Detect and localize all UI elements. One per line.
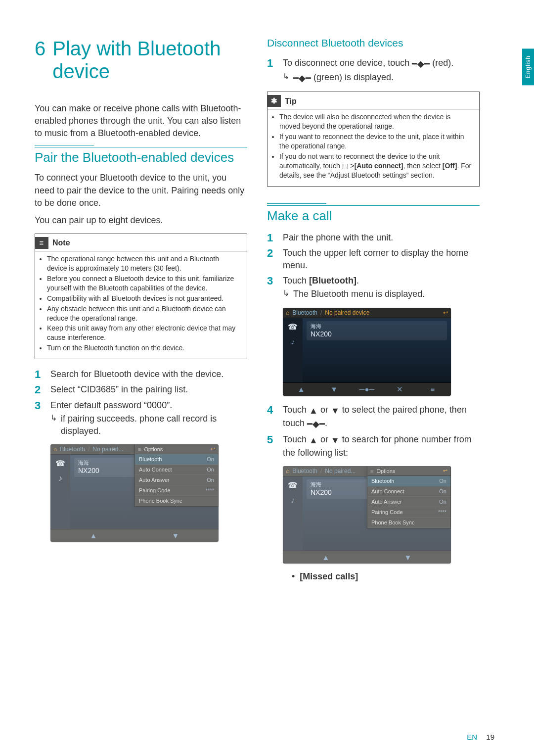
note-item: The operational range between this unit … — [47, 254, 241, 273]
step-number: 3 — [35, 399, 44, 438]
step-text: Touch ▲ or ▼ to search for phone number … — [283, 433, 480, 459]
step-number: 1 — [267, 57, 277, 85]
music-icon: ♪ — [291, 337, 295, 346]
note-item: Any obstacle between this unit and a Blu… — [47, 304, 241, 323]
list-item: [Missed calls] — [300, 570, 358, 583]
step-number: 3 — [267, 275, 277, 300]
tip-label: Tip — [285, 96, 297, 107]
section-pair-heading: Pair the Bluetooth-enabled devices — [35, 147, 247, 165]
tip-item: If you want to reconnect the device to t… — [279, 132, 473, 151]
link-icon: ━◆━ — [412, 58, 430, 70]
up-arrow-icon: ▲ — [309, 434, 318, 447]
phone-icon: ☎ — [55, 459, 65, 468]
chapter-heading: Play with Bluetooth device — [52, 37, 247, 83]
chapter-title: 6 Play with Bluetooth device — [35, 37, 247, 83]
step-text: Select “CID3685” in the pairing list. — [50, 383, 247, 396]
step-number: 2 — [267, 247, 277, 272]
step-text: To disconnect one device, touch ━◆━ (red… — [283, 57, 480, 85]
back-icon: ↩ — [443, 468, 447, 474]
step-number: 1 — [35, 368, 44, 380]
step-number: 5 — [267, 433, 277, 459]
pair-steps: 1 Search for Bluetooth device with the d… — [35, 368, 247, 437]
ui-screenshot-options: ⌂ Bluetooth / No paired... ☎ ♪ 海海 NX200 — [50, 444, 219, 542]
music-icon: ♪ — [291, 496, 295, 505]
page-number: 19 — [486, 733, 494, 741]
tip-icon: ✱ — [267, 95, 281, 107]
down-icon: ▼ — [134, 531, 217, 540]
down-icon: ▼ — [367, 553, 449, 562]
link-icon: ━◆━ — [293, 72, 311, 85]
link-icon: ─●─ — [351, 385, 383, 394]
up-icon: ▲ — [285, 553, 367, 562]
up-icon: ▲ — [285, 385, 317, 394]
step-text: Touch the upper left corner to display t… — [283, 247, 480, 272]
call-list: • [Missed calls] — [292, 570, 480, 583]
note-item: Compatibility with all Bluetooth devices… — [47, 294, 241, 303]
back-icon: ↩ — [211, 446, 215, 452]
home-icon: ⌂ — [286, 309, 289, 316]
menu-icon: ▤ — [342, 162, 349, 170]
note-item: Turn on the Bluetooth function on the de… — [47, 343, 241, 353]
step-number: 1 — [267, 232, 277, 244]
page-footer: EN 19 — [467, 733, 494, 741]
down-arrow-icon: ▼ — [331, 434, 340, 447]
result-arrow-icon: ↳ — [283, 288, 289, 300]
up-icon: ▲ — [52, 531, 134, 540]
music-icon: ♪ — [58, 474, 62, 483]
chapter-number: 6 — [35, 37, 45, 83]
make-call-heading: Make a call — [267, 205, 480, 224]
options-panel: ≡ Options ↩ BluetoothOn Auto ConnectOn A… — [134, 444, 219, 507]
home-icon: ⌂ — [286, 468, 289, 474]
ui-screenshot-bluetooth: ⌂ Bluetooth / No paired device ↩ ☎ ♪ 海海 … — [283, 308, 451, 396]
pair-paragraph-1: To connect your Bluetooth device to the … — [35, 172, 247, 209]
section-rule — [35, 145, 94, 145]
step-text: Enter default password “0000”. ↳ if pair… — [50, 399, 247, 438]
link-icon: ━◆━ — [307, 418, 325, 430]
note-item: Before you connect a Bluetooth device to… — [47, 274, 241, 293]
phone-icon: ☎ — [288, 480, 298, 490]
down-arrow-icon: ▼ — [331, 405, 340, 417]
close-icon: ✕ — [383, 385, 416, 394]
step-text: Touch [Bluetooth]. ↳ The Bluetooth menu … — [283, 275, 480, 300]
step-text: Search for Bluetooth device with the dev… — [50, 368, 247, 380]
page-body: 6 Play with Bluetooth device You can mak… — [0, 0, 534, 610]
note-label: Note — [52, 237, 70, 248]
result-arrow-icon: ↳ — [50, 413, 57, 437]
step-text: Pair the phone with the unit. — [283, 232, 480, 244]
footer-language: EN — [467, 733, 477, 741]
step-number: 2 — [35, 383, 44, 396]
result-arrow-icon: ↳ — [283, 71, 289, 85]
phone-icon: ☎ — [288, 322, 298, 331]
bullet-icon: • — [292, 570, 295, 583]
intro-paragraph: You can make or receive phone calls with… — [35, 102, 247, 140]
section-rule — [267, 203, 326, 204]
note-icon: ≡ — [35, 237, 48, 249]
tip-item: If you do not want to reconnect the devi… — [279, 152, 473, 180]
up-arrow-icon: ▲ — [309, 405, 318, 417]
home-icon: ⌂ — [53, 446, 57, 453]
pair-paragraph-2: You can pair up to eight devices. — [35, 214, 247, 227]
tip-callout: ✱ Tip The device will also be disconnect… — [267, 92, 480, 186]
disconnect-heading: Disconnect Bluetooth devices — [267, 37, 480, 49]
step-result: ━◆━ (green) is displayed. — [293, 71, 394, 85]
back-icon: ↩ — [443, 309, 448, 316]
down-icon: ▼ — [317, 385, 350, 394]
step-result: if pairing succeeds. phone call record i… — [61, 413, 247, 437]
step-number: 4 — [267, 404, 277, 430]
options-panel: ≡ Options ↩ BluetoothOn Auto ConnectOn A… — [367, 466, 451, 528]
menu-icon: ≡ — [370, 468, 373, 474]
note-callout: ≡ Note The operational range between thi… — [35, 234, 247, 359]
menu-icon: ≡ — [416, 385, 449, 394]
step-text: Touch ▲ or ▼ to select the paired phone,… — [283, 404, 480, 430]
tip-item: The device will also be disconnected whe… — [279, 112, 473, 131]
step-result: The Bluetooth menu is displayed. — [293, 288, 425, 300]
ui-screenshot-options-2: ⌂ Bluetooth / No paired... ☎ ♪ 海海 NX200 — [283, 466, 451, 564]
menu-icon: ≡ — [138, 446, 141, 452]
note-item: Keep this unit away from any other elect… — [47, 324, 241, 342]
